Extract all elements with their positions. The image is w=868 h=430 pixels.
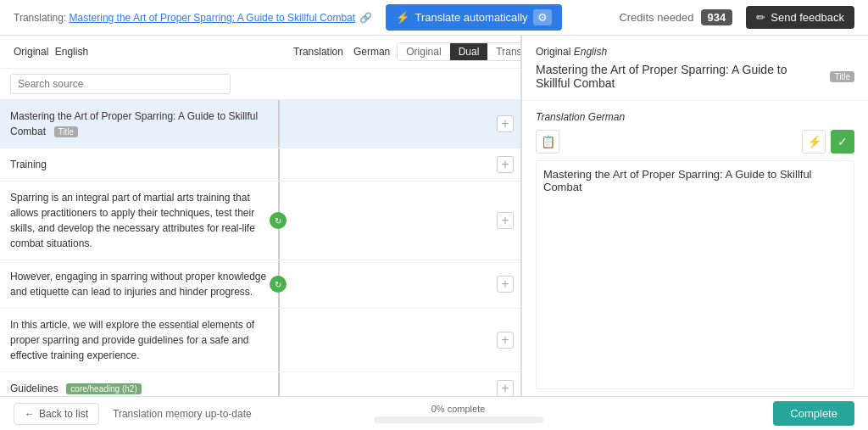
view-toggle-dual[interactable]: Dual [450, 43, 488, 60]
row-source-3: However, engaging in sparring without pr… [0, 260, 280, 308]
left-panel: Original English Translation German Orig… [0, 36, 521, 430]
search-input[interactable] [10, 74, 231, 94]
doc-title-link[interactable]: Mastering the Art of Proper Sparring: A … [70, 12, 356, 24]
lightning-icon: ⚡ [396, 11, 409, 24]
back-to-list-button[interactable]: ← Back to list [14, 403, 99, 425]
table-row[interactable]: Training + [0, 148, 520, 181]
table-row[interactable]: Sparring is an integral part of martial … [0, 181, 520, 260]
sync-icon-3: ↻ [270, 276, 287, 293]
topbar: Translating: Mastering the Art of Proper… [0, 0, 868, 36]
view-toggle-translation[interactable]: Translation [487, 43, 521, 60]
right-translation-text[interactable]: Mastering the Art of Proper Sparring: A … [536, 160, 854, 389]
right-original-title: Mastering the Art of Proper Sparring: A … [536, 63, 854, 90]
row-trans-1[interactable]: + [280, 148, 520, 181]
rows-container: Mastering the Art of Proper Sparring: A … [0, 100, 520, 430]
copy-button[interactable]: 📋 [536, 130, 559, 154]
tag-badge-heading: core/heading (h2) [66, 383, 141, 394]
tag-badge-title: Title [54, 126, 79, 137]
row-trans-4[interactable]: + [280, 309, 520, 371]
add-translation-button[interactable]: + [497, 212, 514, 229]
table-row[interactable]: However, engaging in sparring without pr… [0, 260, 520, 309]
progress-bar [374, 416, 543, 423]
row-source-2: Sparring is an integral part of martial … [0, 181, 280, 260]
complete-button[interactable]: Complete [773, 401, 854, 426]
row-source-4: In this article, we will explore the ess… [0, 309, 280, 371]
right-title-tag: Title [830, 71, 854, 82]
add-translation-button[interactable]: + [497, 115, 514, 132]
gear-icon[interactable]: ⚙ [533, 9, 552, 25]
bottom-bar: ← Back to list Translation memory up-to-… [0, 396, 868, 430]
add-translation-button[interactable]: + [497, 276, 514, 293]
credits-section: Credits needed 934 [619, 9, 732, 25]
add-translation-button[interactable]: + [497, 156, 514, 173]
right-trans-tools: 📋 ⚡ ✓ [536, 130, 854, 154]
memory-status: Translation memory up-to-date [113, 408, 252, 420]
translation-column-header: Translation German Original Dual Transla… [290, 42, 521, 61]
main-area: Original English Translation German Orig… [0, 36, 868, 430]
progress-section: 0% complete [374, 404, 543, 423]
auto-translate-button[interactable]: ⚡ [802, 130, 826, 154]
right-panel: Original English Mastering the Art of Pr… [521, 36, 868, 430]
right-translation-label: Translation German [536, 111, 854, 123]
send-feedback-button[interactable]: ✏ Send feedback [746, 6, 854, 29]
view-toggle-original[interactable]: Original [398, 43, 449, 60]
right-original-section: Original English Mastering the Art of Pr… [522, 36, 868, 101]
row-trans-3[interactable]: + [280, 260, 520, 308]
credits-count: 934 [701, 9, 733, 25]
translate-automatically-button[interactable]: ⚡ Translate automatically ⚙ [386, 4, 561, 31]
original-column-header: Original English [10, 46, 290, 58]
row-source-1: Training [0, 148, 280, 181]
view-toggle: Original Dual Translation [397, 42, 521, 61]
translating-label: Translating: Mastering the Art of Proper… [14, 12, 372, 24]
right-original-label: Original English [536, 46, 854, 58]
row-source-0: Mastering the Art of Proper Sparring: A … [0, 100, 280, 148]
row-trans-2[interactable]: + [280, 181, 520, 260]
add-translation-button[interactable]: + [497, 380, 514, 397]
column-headers: Original English Translation German Orig… [0, 36, 520, 69]
arrow-left-icon: ← [25, 408, 35, 420]
pencil-icon: ✏ [756, 11, 765, 24]
search-row [0, 69, 520, 100]
add-translation-button[interactable]: + [497, 332, 514, 349]
table-row[interactable]: In this article, we will explore the ess… [0, 309, 520, 372]
row-trans-0[interactable]: + [280, 100, 520, 148]
sync-icon-2: ↻ [270, 212, 287, 229]
right-translation-section: Translation German 📋 ⚡ ✓ Mastering the A… [522, 101, 868, 430]
progress-label: 0% complete [431, 404, 486, 414]
confirm-button[interactable]: ✓ [831, 130, 854, 154]
table-row[interactable]: Mastering the Art of Proper Sparring: A … [0, 100, 520, 148]
